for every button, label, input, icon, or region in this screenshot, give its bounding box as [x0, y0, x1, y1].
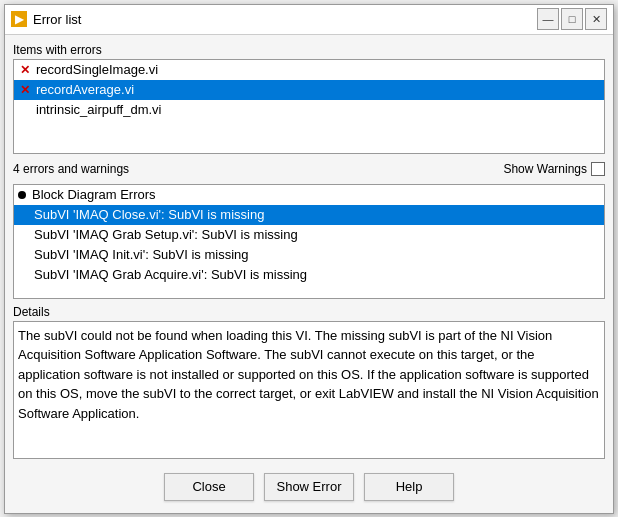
error-x-icon: ✕ [18, 63, 32, 77]
show-warnings-area: Show Warnings [503, 162, 605, 176]
window-title: Error list [33, 12, 537, 27]
error-list-item[interactable]: SubVI 'IMAQ Grab Acquire.vi': SubVI is m… [14, 265, 604, 285]
show-error-button[interactable]: Show Error [264, 473, 354, 501]
error-item-label: SubVI 'IMAQ Init.vi': SubVI is missing [34, 247, 248, 262]
title-bar: ▶ Error list — □ ✕ [5, 5, 613, 35]
list-item[interactable]: intrinsic_airpuff_dm.vi [14, 100, 604, 120]
list-item[interactable]: ✕recordAverage.vi [14, 80, 604, 100]
items-list[interactable]: ✕recordSingleImage.vi✕recordAverage.viin… [13, 59, 605, 154]
list-item[interactable]: ✕recordSingleImage.vi [14, 60, 604, 80]
details-label: Details [13, 305, 605, 319]
show-warnings-label: Show Warnings [503, 162, 587, 176]
error-item-label: SubVI 'IMAQ Grab Acquire.vi': SubVI is m… [34, 267, 307, 282]
item-label: recordSingleImage.vi [36, 62, 158, 77]
error-x-icon: ✕ [18, 83, 32, 97]
category-dot-icon [18, 191, 26, 199]
close-button[interactable]: ✕ [585, 8, 607, 30]
error-list-window: ▶ Error list — □ ✕ Items with errors ✕re… [4, 4, 614, 514]
window-controls: — □ ✕ [537, 8, 607, 30]
error-list-item[interactable]: Block Diagram Errors [14, 185, 604, 205]
maximize-button[interactable]: □ [561, 8, 583, 30]
error-count-text: 4 errors and warnings [13, 162, 129, 176]
details-content: The subVI could not be found when loadin… [18, 328, 599, 421]
error-item-label: SubVI 'IMAQ Grab Setup.vi': SubVI is mis… [34, 227, 298, 242]
close-button[interactable]: Close [164, 473, 254, 501]
window-icon: ▶ [11, 11, 27, 27]
items-section: Items with errors ✕recordSingleImage.vi✕… [13, 43, 605, 154]
error-list-item[interactable]: SubVI 'IMAQ Close.vi': SubVI is missing [14, 205, 604, 225]
footer: Close Show Error Help [13, 465, 605, 505]
status-bar: 4 errors and warnings Show Warnings [13, 160, 605, 178]
help-button[interactable]: Help [364, 473, 454, 501]
items-section-label: Items with errors [13, 43, 605, 57]
error-list-item[interactable]: SubVI 'IMAQ Init.vi': SubVI is missing [14, 245, 604, 265]
minimize-button[interactable]: — [537, 8, 559, 30]
content-area: Items with errors ✕recordSingleImage.vi✕… [5, 35, 613, 513]
error-item-label: SubVI 'IMAQ Close.vi': SubVI is missing [34, 207, 264, 222]
show-warnings-checkbox[interactable] [591, 162, 605, 176]
item-label: recordAverage.vi [36, 82, 134, 97]
item-label: intrinsic_airpuff_dm.vi [36, 102, 161, 117]
error-list-item[interactable]: SubVI 'IMAQ Grab Setup.vi': SubVI is mis… [14, 225, 604, 245]
errors-list[interactable]: Block Diagram ErrorsSubVI 'IMAQ Close.vi… [13, 184, 605, 299]
error-item-label: Block Diagram Errors [32, 187, 156, 202]
details-section: Details The subVI could not be found whe… [13, 305, 605, 459]
details-text: The subVI could not be found when loadin… [13, 321, 605, 459]
